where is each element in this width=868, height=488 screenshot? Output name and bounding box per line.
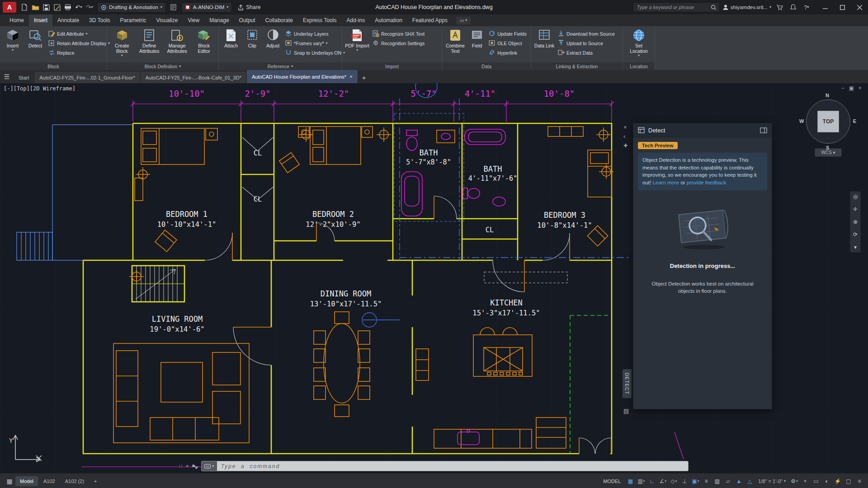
- panel-label-data[interactable]: Data: [442, 62, 531, 70]
- panel-label-block-definition[interactable]: Block Definition▾: [107, 62, 218, 70]
- grid-display-toggle[interactable]: ▦: [625, 476, 635, 486]
- pan-icon[interactable]: ✛: [853, 206, 858, 212]
- ortho-mode-toggle[interactable]: ∟: [647, 476, 657, 486]
- viewport-controls[interactable]: [-][Top][2D Wireframe]: [4, 85, 75, 92]
- detect-button[interactable]: Detect: [24, 28, 46, 62]
- tab-manage[interactable]: Manage: [204, 14, 234, 26]
- model-tab[interactable]: Model: [15, 476, 38, 486]
- quick-properties-toggle[interactable]: ▭: [811, 476, 821, 486]
- open-file-button[interactable]: [30, 2, 41, 13]
- create-block-button[interactable]: Create Block▾: [109, 28, 135, 62]
- pdf-import-button[interactable]: PDF Import▾: [344, 28, 370, 62]
- manage-attributes-button[interactable]: Manage Attributes: [164, 28, 190, 62]
- account-menu[interactable]: shiyamdev.srit... ▾: [722, 4, 771, 10]
- detect-panel-close-icon[interactable]: ×: [623, 124, 627, 131]
- doc-tab-book-cafe[interactable]: AutoCAD-FY25_Fire-...-Book-Cafe_01_3D*: [141, 72, 247, 83]
- panel-label-linking-extraction[interactable]: Linking & Extraction: [531, 62, 623, 70]
- panel-label-import[interactable]: Import: [342, 62, 442, 70]
- block-editor-button[interactable]: Block Editor: [191, 28, 217, 62]
- viewport-close-icon[interactable]: ×: [859, 85, 862, 91]
- panel-label-block[interactable]: Block: [0, 62, 107, 70]
- transparency-toggle[interactable]: ▨: [712, 476, 722, 486]
- detect-panel-pin-icon[interactable]: ✚: [623, 143, 627, 149]
- save-button[interactable]: [41, 2, 52, 13]
- viewcube-north[interactable]: N: [826, 93, 829, 98]
- new-file-button[interactable]: [19, 2, 30, 13]
- undo-button[interactable]: ↶▾: [73, 2, 84, 13]
- drawing-canvas[interactable]: [-][Top][2D Wireframe] − ▣ × 10'-10" 2'-…: [0, 83, 868, 473]
- command-grip-icon[interactable]: ∷: [179, 463, 183, 469]
- annotation-monitor-toggle[interactable]: +: [800, 476, 810, 486]
- viewcube-compass-ring[interactable]: N W E S TOP: [806, 99, 850, 144]
- object-snap-toggle[interactable]: ▣▾: [690, 476, 700, 486]
- edit-attribute-button[interactable]: Edit Attribute▾: [47, 29, 105, 38]
- tab-express-tools[interactable]: Express Tools: [298, 14, 341, 26]
- save-as-button[interactable]: [52, 2, 62, 13]
- ole-object-button[interactable]: OLE Object: [487, 39, 529, 47]
- orbit-icon[interactable]: ⟳: [853, 231, 858, 238]
- doc-tab-start[interactable]: Start: [14, 72, 34, 83]
- layer-combo[interactable]: A-ANNO-DIM ▾: [181, 2, 232, 13]
- osnap-tracking-toggle[interactable]: ⊥: [679, 476, 689, 486]
- detect-panel-options-icon[interactable]: [760, 127, 767, 133]
- doc-tab-house-floorplan[interactable]: AutoCAD House Floorplan and Elevations*×: [247, 70, 358, 83]
- properties-toggle-button[interactable]: [168, 2, 179, 13]
- tab-output[interactable]: Output: [234, 14, 260, 26]
- hyperlink-button[interactable]: Hyperlink: [487, 48, 529, 57]
- detect-panel-collapse-icon[interactable]: ‹: [623, 133, 625, 140]
- recognize-shx-button[interactable]: Recognize SHX Text: [371, 29, 437, 38]
- plot-button[interactable]: [62, 2, 73, 13]
- retain-attribute-display-button[interactable]: Retain Attribute Display▾: [47, 39, 105, 47]
- command-bar[interactable]: ▾: [201, 461, 689, 471]
- tab-automation[interactable]: Automation: [370, 14, 407, 26]
- isolate-objects-button[interactable]: ◐: [822, 476, 832, 486]
- panel-label-reference[interactable]: Reference▾: [219, 62, 342, 70]
- viewport-minimize-icon[interactable]: −: [841, 85, 844, 91]
- provide-feedback-link[interactable]: provide feedback: [687, 180, 726, 185]
- adjust-button[interactable]: Adjust: [263, 28, 283, 62]
- viewcube-top-face[interactable]: TOP: [817, 111, 839, 132]
- tab-featured-apps[interactable]: Featured Apps: [407, 14, 453, 26]
- app-store-button[interactable]: [774, 2, 785, 13]
- snap-mode-toggle[interactable]: ▥▾: [636, 476, 646, 486]
- clean-screen-button[interactable]: ▢: [844, 476, 854, 486]
- search-box[interactable]: [633, 2, 720, 12]
- learn-more-link[interactable]: Learn more: [652, 180, 679, 185]
- tab-parametric[interactable]: Parametric: [115, 14, 151, 26]
- panel-label-location[interactable]: Location: [623, 62, 655, 70]
- command-wrench-icon[interactable]: [192, 463, 198, 469]
- tab-3d-tools[interactable]: 3D Tools: [84, 14, 115, 26]
- layout-menu-icon[interactable]: ▦: [4, 478, 15, 485]
- workspace-switcher[interactable]: Drafting & Annotation ▾: [97, 2, 166, 13]
- close-button[interactable]: [851, 0, 868, 14]
- annotation-visibility-toggle[interactable]: ▲: [734, 476, 744, 486]
- polar-tracking-toggle[interactable]: ∠▾: [658, 476, 668, 486]
- workspace-switching-button[interactable]: ⚙▾: [789, 476, 799, 486]
- navigation-bar[interactable]: ◎ ✛ ⊕ ⟳ ▾: [850, 191, 861, 253]
- tab-visualize[interactable]: Visualize: [151, 14, 183, 26]
- extract-data-button[interactable]: Extract Data: [557, 48, 621, 57]
- viewcube-east[interactable]: E: [853, 118, 856, 124]
- doc-tab-menu-button[interactable]: ☰: [0, 70, 14, 83]
- frames-vary-button[interactable]: *Frames vary*▾: [284, 39, 340, 47]
- minimize-button[interactable]: [816, 0, 834, 14]
- detect-panel-layers-icon[interactable]: ▤: [623, 408, 629, 414]
- annotation-scale-button[interactable]: 1/8" = 1'-0"▾: [755, 479, 788, 484]
- detect-side-tab[interactable]: DETECT: [623, 369, 632, 398]
- command-customize-button[interactable]: ▾: [202, 461, 217, 471]
- set-location-button[interactable]: Set Location▾: [625, 28, 653, 62]
- update-fields-button[interactable]: Update Fields: [487, 29, 529, 38]
- maximize-button[interactable]: [834, 0, 851, 14]
- field-button[interactable]: Field: [467, 28, 486, 62]
- new-drawing-button[interactable]: +: [358, 72, 370, 83]
- ribbon-display-toggle[interactable]: ▭▾: [456, 17, 471, 24]
- viewcube[interactable]: N W E S TOP WCS ▾: [801, 99, 855, 157]
- underlay-layers-button[interactable]: Underlay Layers: [284, 29, 340, 38]
- customization-button[interactable]: ≡: [854, 476, 864, 486]
- replace-block-button[interactable]: Replace: [47, 48, 105, 57]
- tab-collaborate[interactable]: Collaborate: [260, 14, 298, 26]
- tab-view[interactable]: View: [183, 14, 204, 26]
- assistant-button[interactable]: [788, 2, 798, 13]
- tab-insert[interactable]: Insert: [29, 14, 52, 26]
- isodraft-toggle[interactable]: ◇▾: [669, 476, 679, 486]
